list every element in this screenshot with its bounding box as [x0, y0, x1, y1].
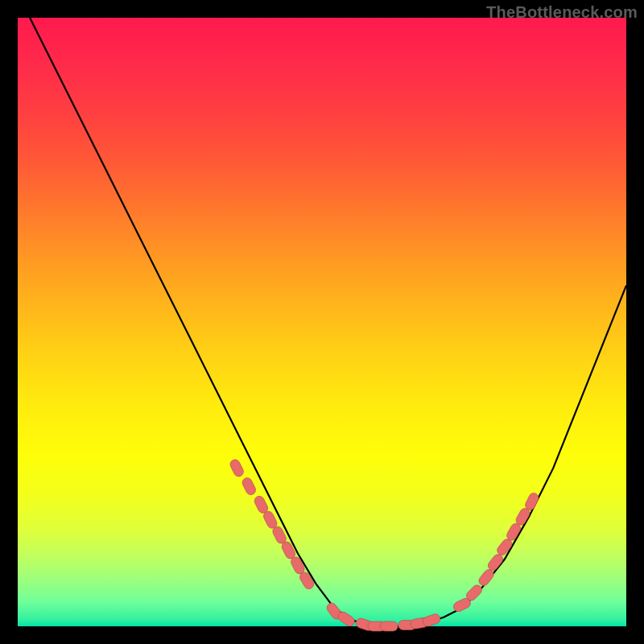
bottleneck-curve [18, 0, 626, 626]
data-marker [229, 458, 246, 478]
marker-group [229, 458, 540, 632]
chart-svg [18, 18, 626, 626]
data-marker [380, 621, 398, 631]
data-marker [422, 613, 442, 627]
chart-frame: TheBottleneck.com [0, 0, 644, 644]
watermark-text: TheBottleneck.com [486, 3, 638, 22]
data-marker [477, 568, 496, 588]
plot-area [18, 18, 626, 626]
data-marker [241, 477, 258, 497]
